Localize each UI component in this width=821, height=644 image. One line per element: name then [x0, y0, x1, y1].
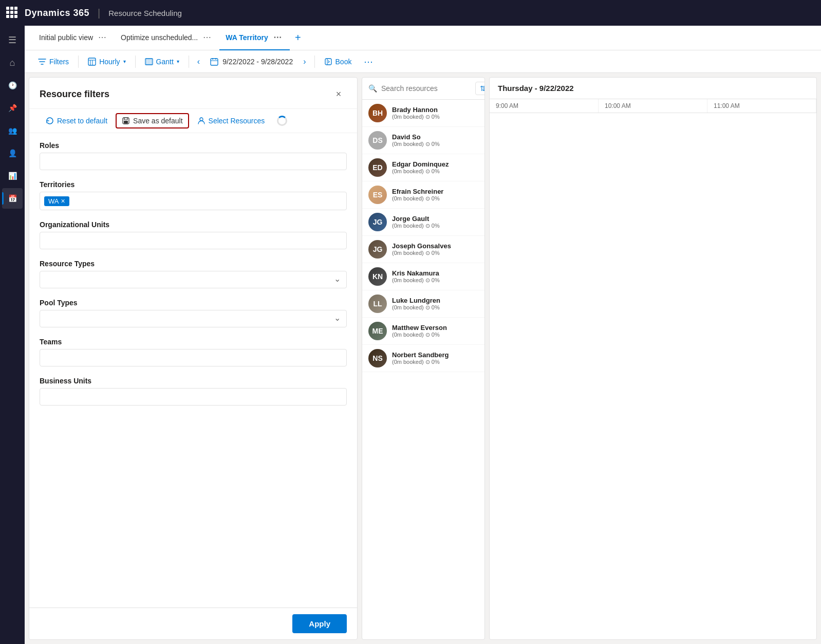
filter-territories-label: Territories [40, 180, 347, 189]
book-label: Book [335, 58, 352, 66]
resource-name: Jorge Gault [392, 215, 478, 223]
tab-add-button[interactable]: + [290, 30, 306, 46]
calendar-icon [210, 58, 218, 66]
resource-meta: (0m booked) ⊙ 0% [392, 332, 478, 338]
schedule-header: Thursday - 9/22/2022 [490, 78, 816, 99]
toolbar-sep-1 [78, 56, 79, 68]
resource-name: Kris Nakamura [392, 269, 478, 277]
select-resources-label: Select Resources [209, 117, 265, 125]
resource-avatar: ED [368, 158, 387, 177]
gantt-label: Gantt [156, 58, 174, 66]
waffle-icon[interactable] [6, 7, 18, 19]
filter-org-units-label: Organizational Units [40, 220, 347, 229]
filter-teams-input[interactable] [40, 349, 347, 366]
filter-teams-label: Teams [40, 338, 347, 346]
schedule-time-row: 9:00 AM 10:00 AM 11:00 AM [490, 99, 816, 113]
filter-business-units-input[interactable] [40, 388, 347, 406]
resource-meta: (0m booked) ⊙ 0% [392, 250, 478, 256]
filters-label: Filters [49, 58, 69, 66]
svg-rect-15 [124, 121, 128, 123]
filter-roles-input[interactable] [40, 153, 347, 170]
resource-meta: (0m booked) ⊙ 0% [392, 223, 478, 229]
resource-list-item[interactable]: LL Luke Lundgren (0m booked) ⊙ 0% [362, 290, 484, 318]
time-9am: 9:00 AM [490, 99, 599, 113]
date-prev-button[interactable]: ‹ [193, 55, 204, 68]
save-as-default-button[interactable]: Save as default [116, 113, 189, 128]
resource-avatar: ME [368, 322, 387, 340]
resource-name: Brady Hannon [392, 106, 478, 114]
filter-resource-types-select[interactable] [40, 271, 347, 288]
toolbar-sep-3 [189, 56, 189, 68]
filter-pool-types-select[interactable] [40, 310, 347, 327]
resource-name: Edgar Dominquez [392, 160, 478, 168]
resource-info: Jorge Gault (0m booked) ⊙ 0% [392, 215, 478, 229]
book-button[interactable]: Book [319, 54, 357, 69]
save-label: Save as default [133, 117, 183, 125]
resource-search-bar: 🔍 ⇅ [362, 78, 484, 100]
resource-list-item[interactable]: ED Edgar Dominquez (0m booked) ⊙ 0% [362, 154, 484, 181]
filter-org-units-input[interactable] [40, 232, 347, 249]
tab-initial-options[interactable]: ⋯ [96, 32, 108, 42]
hourly-button[interactable]: Hourly ▾ [83, 54, 130, 69]
tab-initial-public-view[interactable]: Initial public view ⋯ [33, 26, 115, 50]
sidebar-item-calendar[interactable]: 📅 [2, 188, 23, 209]
filter-panel-actions: Reset to default Save as default [29, 109, 357, 133]
tab-wa-label: WA Territory [226, 33, 268, 42]
filter-panel-close-button[interactable]: × [330, 86, 347, 102]
loading-spinner [277, 116, 287, 126]
sidebar-item-users[interactable]: 👥 [2, 120, 23, 141]
resource-name: David So [392, 133, 478, 141]
apply-button[interactable]: Apply [292, 614, 347, 633]
filter-footer: Apply [29, 608, 357, 639]
resource-name: Luke Lundgren [392, 297, 478, 304]
sidebar-item-reports[interactable]: 📊 [2, 165, 23, 186]
filter-icon [38, 58, 46, 66]
tab-optimize[interactable]: Optimize unscheduled... ⋯ [115, 26, 219, 50]
resource-list-item[interactable]: KN Kris Nakamura (0m booked) ⊙ 0% [362, 263, 484, 290]
select-resources-button[interactable]: Select Resources [191, 114, 271, 128]
sidebar-item-person[interactable]: 👤 [2, 143, 23, 163]
resource-list-item[interactable]: DS David So (0m booked) ⊙ 0% [362, 127, 484, 154]
resource-meta: (0m booked) ⊙ 0% [392, 359, 478, 365]
tab-optimize-options[interactable]: ⋯ [201, 32, 213, 42]
resource-avatar: JG [368, 213, 387, 231]
resource-list-item[interactable]: JG Jorge Gault (0m booked) ⊙ 0% [362, 209, 484, 236]
filter-roles-field: Roles [40, 141, 347, 170]
date-range-text: 9/22/2022 - 9/28/2022 [222, 58, 293, 66]
resource-avatar: NS [368, 349, 387, 367]
filter-business-units-field: Business Units [40, 377, 347, 406]
sidebar-item-pinned[interactable]: 📌 [2, 98, 23, 118]
filters-button[interactable]: Filters [33, 54, 74, 69]
resource-meta: (0m booked) ⊙ 0% [392, 195, 478, 202]
reset-to-default-button[interactable]: Reset to default [40, 114, 114, 128]
resource-list-item[interactable]: JG Joseph Gonsalves (0m booked) ⊙ 0% [362, 236, 484, 263]
resource-list-item[interactable]: ES Efrain Schreiner (0m booked) ⊙ 0% [362, 181, 484, 209]
resource-info: Edgar Dominquez (0m booked) ⊙ 0% [392, 160, 478, 175]
resource-list-item[interactable]: NS Norbert Sandberg (0m booked) ⊙ 0% [362, 345, 484, 372]
time-10am: 10:00 AM [599, 99, 707, 113]
resource-panel: 🔍 ⇅ BH Brady Hannon (0m booked) ⊙ 0% DS … [362, 77, 485, 640]
resource-avatar: KN [368, 267, 387, 286]
territory-tag-remove[interactable]: × [61, 197, 65, 205]
resource-sort-button[interactable]: ⇅ [475, 82, 485, 95]
more-options-button[interactable]: ⋯ [359, 53, 378, 70]
tab-wa-territory[interactable]: WA Territory ⋯ [219, 26, 289, 50]
resource-avatar: DS [368, 131, 387, 150]
page-content: Resource filters × Reset to default [25, 73, 821, 644]
resource-search-input[interactable] [381, 84, 471, 93]
filter-territories-input[interactable]: WA × [40, 192, 347, 210]
sidebar-item-recent[interactable]: 🕐 [2, 75, 23, 96]
sidebar-item-home[interactable]: ⌂ [2, 52, 23, 73]
resource-list-item[interactable]: ME Matthew Everson (0m booked) ⊙ 0% [362, 318, 484, 345]
calendar-grid-icon [88, 58, 96, 66]
svg-rect-0 [88, 58, 96, 65]
hourly-chevron: ▾ [123, 59, 126, 64]
resource-list-item[interactable]: BH Brady Hannon (0m booked) ⊙ 0% [362, 100, 484, 127]
filter-teams-field: Teams [40, 338, 347, 366]
gantt-button[interactable]: Gantt ▾ [140, 54, 184, 69]
sidebar-item-menu[interactable]: ☰ [2, 30, 23, 50]
date-next-button[interactable]: › [299, 55, 310, 68]
resource-info: Joseph Gonsalves (0m booked) ⊙ 0% [392, 242, 478, 256]
tab-wa-options[interactable]: ⋯ [271, 32, 284, 42]
tab-optimize-label: Optimize unscheduled... [121, 33, 198, 42]
